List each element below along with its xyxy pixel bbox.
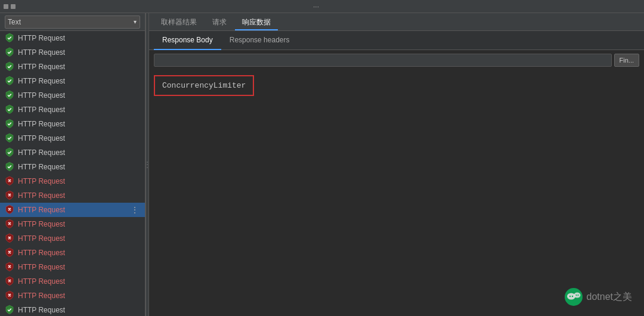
list-item[interactable]: HTTP Request — [0, 45, 145, 60]
list-item-label: HTTP Request — [18, 106, 140, 114]
list-item-label: HTTP Request — [18, 148, 140, 157]
shield-ok-icon — [5, 104, 14, 116]
list-item-label: HTTP Request — [18, 292, 140, 300]
shield-error-icon — [5, 247, 14, 259]
tabs-row: 取样器结果请求响应数据 — [149, 13, 644, 31]
tab-sampler[interactable]: 取样器结果 — [154, 15, 204, 30]
shield-error-icon — [5, 290, 14, 302]
find-button[interactable]: Fin... — [614, 54, 639, 67]
shield-error-icon — [5, 176, 14, 187]
list-item[interactable]: HTTP Request — [0, 260, 145, 274]
sub-tabs-row: Response BodyResponse headers — [149, 31, 644, 50]
shield-error-icon — [5, 233, 14, 244]
list-item[interactable]: HTTP Request — [0, 160, 145, 174]
sidebar-list: HTTP Request HTTP Request HTTP Request H… — [0, 31, 145, 316]
list-item-label: HTTP Request — [18, 263, 140, 271]
list-item-label: HTTP Request — [18, 63, 140, 71]
shield-error-icon — [5, 262, 14, 273]
list-item[interactable]: HTTP Request⋮ — [0, 203, 145, 217]
list-item[interactable]: HTTP Request — [0, 74, 145, 88]
shield-error-icon — [5, 219, 14, 230]
list-item-label: HTTP Request — [18, 220, 140, 228]
top-bar-dot-2 — [11, 4, 16, 9]
list-item[interactable]: HTTP Request — [0, 145, 145, 160]
shield-ok-icon — [5, 47, 14, 58]
list-item[interactable]: HTTP Request — [0, 289, 145, 303]
svg-point-25 — [571, 296, 572, 297]
list-item-label: HTTP Request — [18, 34, 140, 42]
list-item[interactable]: HTTP Request — [0, 88, 145, 103]
shield-error-icon — [5, 190, 14, 202]
main-layout: Text ▾ HTTP Request HTTP Request HTTP Re… — [0, 13, 644, 316]
sidebar-dropdown[interactable]: Text — [5, 16, 140, 29]
response-box: ConcurrencyLimiter — [154, 75, 254, 96]
right-panel: 取样器结果请求响应数据 Response BodyResponse header… — [149, 13, 644, 316]
list-item[interactable]: HTTP Request — [0, 60, 145, 74]
list-item[interactable]: HTTP Request — [0, 231, 145, 246]
shield-ok-icon — [5, 147, 14, 159]
shield-ok-icon — [5, 33, 14, 44]
shield-ok-icon — [5, 61, 14, 73]
list-item-label: HTTP Request — [18, 48, 140, 57]
list-item-label: HTTP Request — [18, 134, 140, 142]
sidebar-header: Text ▾ — [0, 13, 145, 31]
list-item-label: HTTP Request — [18, 249, 140, 257]
content-area: ConcurrencyLimiter dotnet之美 — [149, 70, 644, 316]
list-item-label: HTTP Request — [18, 177, 140, 185]
list-item-label: HTTP Request — [18, 77, 140, 85]
list-item-label: HTTP Request — [18, 277, 140, 286]
search-bar-row: Fin... — [149, 50, 644, 70]
top-bar: ··· — [0, 0, 644, 13]
shield-error-icon — [5, 205, 14, 216]
list-item[interactable]: HTTP Request — [0, 303, 145, 316]
list-item-label: HTTP Request — [18, 120, 140, 128]
shield-ok-icon — [5, 305, 14, 316]
wechat-icon — [564, 287, 583, 306]
top-bar-left — [4, 4, 16, 9]
list-item[interactable]: HTTP Request — [0, 174, 145, 188]
shield-ok-icon — [5, 133, 14, 144]
search-input[interactable] — [154, 54, 612, 67]
svg-point-26 — [575, 295, 577, 296]
svg-point-22 — [567, 293, 575, 300]
list-item[interactable]: HTTP Request — [0, 188, 145, 203]
sidebar: Text ▾ HTTP Request HTTP Request HTTP Re… — [0, 13, 145, 316]
svg-point-27 — [577, 295, 578, 296]
list-item-label: HTTP Request — [18, 306, 140, 314]
sub-tab-body[interactable]: Response Body — [154, 31, 221, 50]
more-button[interactable]: ⋮ — [129, 206, 140, 214]
list-item-label: HTTP Request — [18, 206, 126, 214]
tab-request[interactable]: 请求 — [205, 15, 234, 30]
list-item[interactable]: HTTP Request — [0, 31, 145, 45]
top-bar-center: ··· — [313, 2, 319, 11]
list-item-label: HTTP Request — [18, 234, 140, 243]
list-item[interactable]: HTTP Request — [0, 117, 145, 131]
shield-error-icon — [5, 276, 14, 287]
list-item[interactable]: HTTP Request — [0, 246, 145, 260]
shield-ok-icon — [5, 90, 14, 101]
tab-response[interactable]: 响应数据 — [235, 15, 278, 30]
top-bar-dot-1 — [4, 4, 8, 9]
shield-ok-icon — [5, 162, 14, 173]
shield-ok-icon — [5, 76, 14, 87]
list-item[interactable]: HTTP Request — [0, 217, 145, 231]
sub-tab-headers[interactable]: Response headers — [221, 31, 298, 50]
list-item[interactable]: HTTP Request — [0, 274, 145, 289]
watermark-text: dotnet之美 — [587, 291, 632, 303]
list-item-label: HTTP Request — [18, 163, 140, 171]
svg-point-23 — [574, 293, 580, 298]
response-text: ConcurrencyLimiter — [162, 81, 246, 90]
list-item[interactable]: HTTP Request — [0, 131, 145, 145]
list-item[interactable]: HTTP Request — [0, 103, 145, 117]
list-item-label: HTTP Request — [18, 191, 140, 200]
svg-point-24 — [569, 296, 570, 297]
watermark: dotnet之美 — [564, 287, 632, 306]
list-item-label: HTTP Request — [18, 91, 140, 100]
shield-ok-icon — [5, 119, 14, 130]
